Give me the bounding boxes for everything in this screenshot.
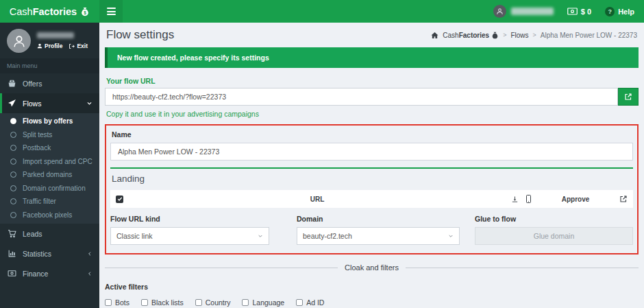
filter-country[interactable]: Country bbox=[195, 298, 231, 307]
sidebar: Profile Exit Main menu Offers Flows Flow… bbox=[0, 23, 99, 308]
help-icon: ? bbox=[605, 7, 615, 16]
cloak-and-filters-divider: Cloak and filters bbox=[105, 263, 639, 272]
active-filters-label: Active filters bbox=[105, 283, 639, 291]
checkbox-unchecked-icon[interactable] bbox=[105, 299, 112, 306]
filter-ad-id[interactable]: Ad ID bbox=[296, 298, 324, 307]
help-button[interactable]: ? Help bbox=[605, 7, 634, 16]
money-bag-icon: $ bbox=[80, 7, 90, 16]
sidebar-subitem-postback[interactable]: Postback bbox=[0, 141, 99, 155]
chevron-left-icon bbox=[87, 251, 92, 257]
glue-to-flow-label: Glue to flow bbox=[475, 215, 633, 223]
landing-table-header-row: URL Approve bbox=[110, 190, 633, 208]
help-label: Help bbox=[618, 8, 634, 16]
filter-black-lists[interactable]: Black lists bbox=[141, 298, 184, 307]
paper-plane-icon bbox=[8, 99, 16, 108]
radio-empty-icon bbox=[10, 185, 16, 191]
sidebar-subitem-facebook-pixels[interactable]: Facebook pixels bbox=[0, 209, 99, 222]
filter-language[interactable]: Language bbox=[242, 298, 284, 307]
topbar-main: $ 0 ? Help bbox=[99, 0, 644, 23]
exit-link[interactable]: Exit bbox=[69, 43, 88, 49]
checkbox-unchecked-icon[interactable] bbox=[296, 299, 303, 306]
user-avatar-icon bbox=[493, 5, 506, 18]
sidebar-item-offers[interactable]: Offers bbox=[0, 73, 99, 93]
landing-settings-columns: Flow URL kind Classic link Domain beauty… bbox=[110, 215, 633, 245]
username-redacted bbox=[511, 8, 554, 15]
external-link-icon[interactable] bbox=[619, 195, 628, 203]
checkbox-unchecked-icon[interactable] bbox=[141, 299, 148, 306]
subitem-label: Flows by offers bbox=[23, 117, 73, 125]
check-icon bbox=[117, 196, 123, 202]
balance-button[interactable]: $ 0 bbox=[567, 8, 591, 16]
sidebar-item-leads[interactable]: Leads bbox=[0, 224, 99, 244]
chevron-down-icon bbox=[258, 233, 263, 239]
sidebar-item-finance[interactable]: Finance bbox=[0, 263, 99, 283]
domain-select[interactable]: beauty-cf2.tech bbox=[297, 227, 460, 245]
sidebar-user-panel: Profile Exit bbox=[0, 23, 99, 58]
subitem-label: Postback bbox=[23, 144, 51, 152]
sidebar-subitem-domain-confirmation[interactable]: Domain confirmation bbox=[0, 182, 99, 196]
cart-icon bbox=[8, 229, 16, 238]
radio-empty-icon bbox=[10, 198, 16, 204]
topbar-right: $ 0 ? Help bbox=[493, 5, 634, 18]
mobile-icon[interactable] bbox=[525, 195, 532, 203]
breadcrumb-home-link[interactable]: CashFactories bbox=[443, 32, 499, 39]
chart-icon bbox=[8, 249, 16, 258]
filter-label: Ad ID bbox=[306, 298, 324, 307]
profile-label: Profile bbox=[45, 43, 62, 49]
landing-heading: Landing bbox=[112, 174, 632, 184]
flow-url-kind-select[interactable]: Classic link bbox=[110, 227, 269, 245]
sidebar-item-label: Flows bbox=[23, 99, 41, 108]
exit-icon bbox=[69, 43, 75, 49]
sidebar-item-statistics[interactable]: Statistics bbox=[0, 244, 99, 263]
sidebar-subitem-flows-by-offers[interactable]: Flows by offers bbox=[0, 115, 99, 128]
breadcrumb-brand-normal: Cash bbox=[443, 32, 458, 39]
glue-to-flow-field: Glue to flow Glue domain bbox=[475, 215, 633, 245]
exit-label: Exit bbox=[77, 43, 88, 49]
sidebar-subitem-import-spend-cpc[interactable]: Import spend and CPC bbox=[0, 155, 99, 169]
name-label: Name bbox=[112, 130, 632, 139]
profile-link[interactable]: Profile bbox=[37, 43, 62, 49]
radio-empty-icon bbox=[10, 212, 16, 218]
radio-empty-icon bbox=[10, 171, 16, 178]
radio-filled-icon bbox=[10, 118, 16, 124]
success-alert: New flow created, please specify its set… bbox=[105, 47, 639, 68]
breadcrumb-flows-link[interactable]: Flows bbox=[510, 32, 528, 39]
sidebar-section-header: Main menu bbox=[0, 58, 99, 73]
chevron-down-icon bbox=[448, 233, 454, 239]
highlighted-settings-section: Name Landing URL Approve Flow URL kind bbox=[105, 124, 639, 254]
green-divider bbox=[110, 167, 633, 169]
checkbox-unchecked-icon[interactable] bbox=[242, 299, 249, 306]
sidebar-subitem-split-tests[interactable]: Split tests bbox=[0, 128, 99, 142]
glue-domain-button[interactable]: Glue domain bbox=[475, 227, 633, 245]
sidebar-item-label: Leads bbox=[23, 230, 42, 238]
sidebar-subitem-parked-domains[interactable]: Parked domains bbox=[0, 168, 99, 182]
filter-bots[interactable]: Bots bbox=[105, 298, 129, 307]
topbar: CashFactories $ $ 0 ? Help bbox=[0, 0, 644, 23]
download-icon[interactable] bbox=[511, 196, 519, 203]
external-link-icon bbox=[624, 93, 632, 101]
domain-value: beauty-cf2.tech bbox=[303, 232, 352, 240]
radio-empty-icon bbox=[10, 132, 16, 138]
sidebar-toggle-button[interactable] bbox=[99, 0, 123, 23]
cloak-divider-label: Cloak and filters bbox=[345, 263, 399, 272]
landing-row-icons bbox=[511, 195, 532, 203]
brand-name-bold: Factories bbox=[33, 6, 77, 17]
subitem-label: Facebook pixels bbox=[23, 211, 72, 219]
app-logo[interactable]: CashFactories $ bbox=[0, 0, 99, 23]
open-flow-url-button[interactable] bbox=[618, 88, 639, 106]
landing-select-checkbox[interactable] bbox=[116, 196, 123, 203]
sidebar-user-info: Profile Exit bbox=[37, 32, 88, 49]
sidebar-item-label: Finance bbox=[23, 270, 48, 278]
sidebar-subitem-traffic-filter[interactable]: Traffic filter bbox=[0, 195, 99, 209]
approve-column-header: Approve bbox=[537, 196, 614, 203]
topbar-user-menu[interactable] bbox=[493, 5, 554, 18]
subitem-label: Traffic filter bbox=[23, 198, 56, 205]
filter-label: Bots bbox=[115, 298, 129, 307]
sidebar-item-flows[interactable]: Flows bbox=[0, 93, 99, 113]
flow-url-input[interactable] bbox=[105, 88, 618, 106]
content-header: Flow settings CashFactories > Flows > Al… bbox=[105, 23, 639, 45]
flow-name-input[interactable] bbox=[110, 143, 633, 161]
landing-url-column-header: URL bbox=[129, 196, 506, 203]
sidebar-avatar-icon bbox=[7, 29, 31, 53]
checkbox-unchecked-icon[interactable] bbox=[195, 299, 202, 306]
